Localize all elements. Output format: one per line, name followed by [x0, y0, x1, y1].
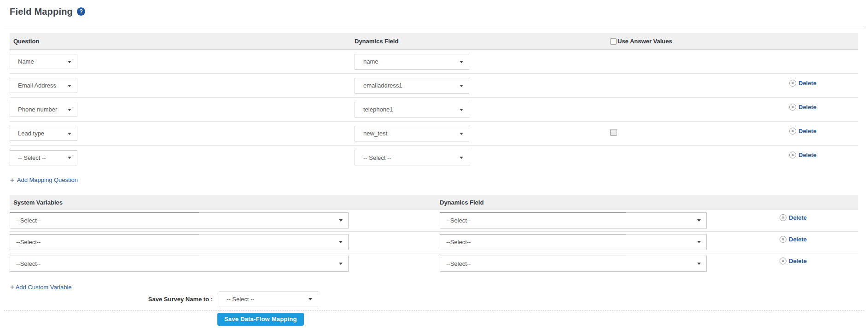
chevron-down-icon: [460, 85, 463, 87]
use-answer-values-row-checkbox[interactable]: [610, 129, 617, 136]
system-variable-select[interactable]: --Select--: [10, 234, 349, 250]
delete-link[interactable]: × Delete: [789, 128, 816, 135]
chevron-down-icon: [460, 133, 463, 135]
delete-link[interactable]: × Delete: [780, 214, 807, 221]
chevron-down-icon: [68, 133, 71, 135]
delete-circle-icon: ×: [780, 258, 786, 264]
delete-circle-icon: ×: [789, 152, 796, 158]
title-divider: [4, 27, 864, 27]
mapping-row: Email Address emailaddress1 × Delete: [10, 74, 858, 98]
use-answer-values-checkbox[interactable]: [610, 38, 617, 45]
chevron-down-icon: [460, 61, 463, 63]
add-custom-variable-link[interactable]: + Add Custom Variable: [10, 284, 858, 292]
delete-circle-icon: ×: [789, 104, 796, 111]
save-data-flow-mapping-button[interactable]: Save Data-Flow Mapping: [217, 313, 304, 326]
chevron-down-icon: [339, 263, 343, 265]
mapping-row: -- Select -- -- Select -- × Delete: [10, 146, 858, 170]
delete-circle-icon: ×: [789, 80, 796, 87]
delete-circle-icon: ×: [780, 214, 786, 221]
chevron-down-icon: [460, 109, 463, 111]
mapping-row: Name name: [10, 50, 858, 74]
delete-link[interactable]: × Delete: [780, 236, 807, 243]
system-variable-select[interactable]: --Select--: [10, 256, 349, 272]
chevron-down-icon: [339, 241, 343, 243]
question-column-header: Question: [10, 38, 355, 45]
chevron-down-icon: [697, 263, 701, 265]
system-variable-row: --Select-- --Select-- × Delete: [10, 210, 858, 232]
chevron-down-icon: [68, 61, 71, 63]
delete-link[interactable]: × Delete: [789, 104, 816, 111]
add-mapping-question-link[interactable]: + Add Mapping Question: [10, 176, 78, 183]
help-icon[interactable]: ?: [77, 7, 85, 16]
dynamics-field-select[interactable]: name: [355, 54, 469, 70]
system-variables-header: System Variables Dynamics Field: [10, 195, 858, 210]
save-survey-name-label: Save Survey Name to :: [10, 296, 213, 303]
question-select[interactable]: Email Address: [10, 78, 77, 93]
title-row: Field Mapping ?: [10, 6, 858, 18]
dynamics-field-select[interactable]: --Select--: [440, 256, 707, 272]
mapping-row: Lead type new_test × Delete: [10, 122, 858, 146]
question-select[interactable]: Phone number: [10, 102, 77, 117]
system-variable-row: --Select-- --Select-- × Delete: [10, 253, 858, 275]
delete-circle-icon: ×: [789, 128, 796, 135]
dynamics-field-column-header: Dynamics Field: [440, 199, 770, 206]
dynamics-field-select[interactable]: --Select--: [440, 234, 707, 250]
page-title: Field Mapping: [10, 6, 73, 17]
question-mapping-table: Question Dynamics Field Use Answer Value…: [10, 33, 858, 170]
dynamics-field-select[interactable]: -- Select --: [355, 150, 469, 165]
dynamics-field-select[interactable]: new_test: [355, 126, 469, 141]
question-select[interactable]: Name: [10, 54, 77, 69]
chevron-down-icon: [68, 85, 71, 87]
question-select[interactable]: Lead type: [10, 126, 77, 141]
plus-icon: +: [10, 177, 14, 183]
mapping-row: Phone number telephone1 × Delete: [10, 98, 858, 122]
system-variable-select[interactable]: --Select--: [10, 212, 349, 228]
question-select[interactable]: -- Select --: [10, 150, 77, 165]
chevron-down-icon: [697, 241, 701, 243]
dynamics-field-select[interactable]: telephone1: [355, 102, 469, 117]
system-variables-table: System Variables Dynamics Field --Select…: [10, 195, 858, 275]
chevron-down-icon: [697, 219, 701, 222]
dynamics-field-column-header: Dynamics Field: [355, 38, 610, 45]
chevron-down-icon: [309, 298, 312, 300]
dynamics-field-select[interactable]: emailaddress1: [355, 78, 469, 94]
delete-link[interactable]: × Delete: [789, 80, 816, 87]
system-variables-column-header: System Variables: [10, 199, 440, 206]
save-survey-name-select[interactable]: -- Select --: [219, 292, 318, 306]
system-variable-row: --Select-- --Select-- × Delete: [10, 232, 858, 253]
chevron-down-icon: [460, 157, 463, 159]
use-answer-values-label: Use Answer Values: [618, 38, 672, 45]
delete-link[interactable]: × Delete: [789, 152, 816, 158]
delete-circle-icon: ×: [780, 236, 786, 243]
field-mapping-page: Field Mapping ? Question Dynamics Field …: [0, 0, 868, 326]
delete-link[interactable]: × Delete: [780, 258, 807, 264]
mapping-table-header: Question Dynamics Field Use Answer Value…: [10, 33, 858, 50]
chevron-down-icon: [68, 157, 71, 159]
chevron-down-icon: [339, 219, 343, 222]
save-survey-name-row: Save Survey Name to : -- Select --: [10, 292, 858, 307]
plus-icon: +: [10, 283, 14, 291]
footer-dashed-divider: [4, 310, 864, 310]
dynamics-field-select[interactable]: --Select--: [440, 212, 707, 228]
chevron-down-icon: [68, 109, 71, 111]
